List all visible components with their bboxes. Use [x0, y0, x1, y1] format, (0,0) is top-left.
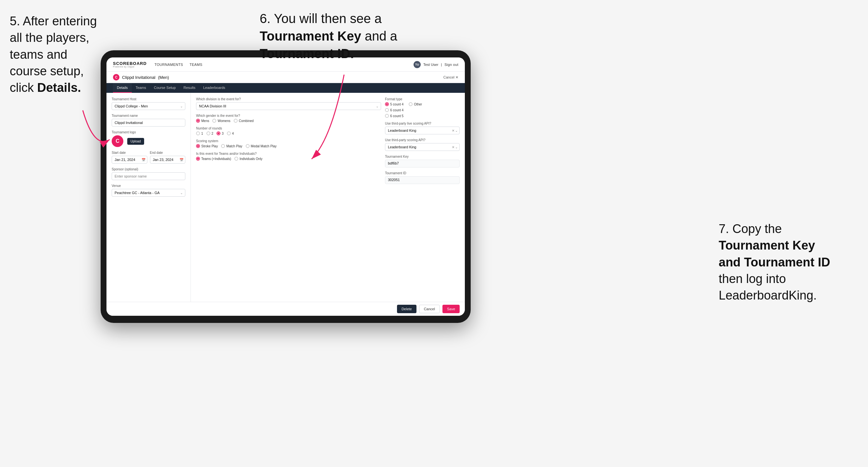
tournament-key-label: Tournament Key	[385, 155, 460, 158]
gender-label: Which gender is the event for?	[196, 114, 381, 118]
upload-button[interactable]: Upload	[127, 138, 144, 145]
sponsor-input[interactable]	[112, 172, 185, 180]
gender-combined[interactable]: Combined	[234, 119, 254, 123]
logo-preview: C	[112, 135, 123, 147]
tournament-key-value: bdf6b7	[385, 160, 460, 167]
gender-combined-label: Combined	[239, 119, 254, 123]
rounds-group: Number of rounds 1 2	[196, 127, 381, 135]
api1-select[interactable]: Leaderboard King	[385, 127, 460, 134]
sponsor-label: Sponsor (optional)	[112, 167, 185, 171]
rounds-3-radio[interactable]	[217, 131, 220, 135]
tournament-title: C Clippd Invitational (Men)	[113, 74, 169, 81]
scoring-label: Scoring system	[196, 139, 381, 143]
name-input[interactable]	[112, 119, 185, 127]
scoring-match-label: Match Play	[226, 145, 242, 148]
tournament-name: Clippd Invitational	[122, 75, 155, 80]
gender-mens[interactable]: Mens	[196, 119, 209, 123]
individuals-only[interactable]: Individuals Only	[235, 157, 262, 161]
tab-results[interactable]: Results	[180, 83, 199, 93]
rounds-1[interactable]: 1	[196, 131, 203, 135]
scoring-stroke-radio[interactable]	[196, 144, 200, 148]
tournament-id-group: Tournament ID 302051	[385, 172, 460, 184]
gender-group: Which gender is the event for? Mens Wome…	[196, 114, 381, 123]
nav-tournaments[interactable]: TOURNAMENTS	[155, 63, 183, 66]
format-other[interactable]: Other	[409, 102, 422, 106]
separator: |	[441, 63, 442, 66]
nav-teams[interactable]: TEAMS	[190, 63, 202, 66]
format-6count4[interactable]: 6 count 4	[385, 108, 460, 112]
rounds-4-label: 4	[232, 132, 234, 135]
cancel-x-button[interactable]: Cancel ✕	[443, 75, 458, 80]
format-5count4[interactable]: 5 count 4	[385, 102, 403, 106]
format-6count5[interactable]: 6 count 5	[385, 114, 460, 118]
nav-links: TOURNAMENTS TEAMS	[155, 63, 406, 66]
api2-select-wrapper: Leaderboard King ✕ ⌄	[385, 143, 460, 151]
rounds-3[interactable]: 3	[217, 131, 224, 135]
cancel-button[interactable]: Cancel	[419, 305, 440, 313]
host-select[interactable]: Clippd College - Men	[112, 102, 185, 110]
scoring-medal[interactable]: Medal Match Play	[246, 144, 277, 148]
venue-select[interactable]: Peachtree GC - Atlanta - GA	[112, 189, 185, 197]
date-row: Start date 📅 End date 📅	[112, 151, 185, 163]
annotation-top-right: 6. You will then see aTournament Key and…	[260, 10, 448, 62]
api1-label: Use third-party live scoring API?	[385, 122, 460, 125]
tab-leaderboards[interactable]: Leaderboards	[199, 83, 229, 93]
format-other-radio[interactable]	[409, 102, 412, 106]
name-group: Tournament name	[112, 114, 185, 127]
individuals-only-label: Individuals Only	[240, 157, 262, 161]
scoring-match-radio[interactable]	[221, 144, 225, 148]
app-logo: SCOREBOARD Powered by clippd	[113, 61, 147, 68]
gender-combined-radio[interactable]	[234, 119, 238, 123]
venue-label: Venue	[112, 184, 185, 188]
individuals-only-radio[interactable]	[235, 157, 238, 161]
name-label: Tournament name	[112, 114, 185, 118]
save-button[interactable]: Save	[442, 305, 460, 313]
format-5count4-radio[interactable]	[385, 102, 389, 106]
teams-plus-individuals[interactable]: Teams (+Individuals)	[196, 157, 231, 161]
tab-teams[interactable]: Teams	[132, 83, 150, 93]
scoring-stroke-label: Stroke Play	[201, 145, 218, 148]
api2-label: Use third-party scoring API?	[385, 138, 460, 142]
api1-group: Use third-party live scoring API? Leader…	[385, 122, 460, 134]
division-select-wrapper: NCAA Division III	[196, 102, 381, 110]
tablet-screen: SCOREBOARD Powered by clippd TOURNAMENTS…	[106, 57, 465, 316]
end-date-wrapper: 📅	[150, 156, 186, 163]
start-cal-icon: 📅	[142, 158, 146, 162]
scoring-group: Scoring system Stroke Play Match Play	[196, 139, 381, 148]
rounds-2[interactable]: 2	[207, 131, 214, 135]
scoring-medal-radio[interactable]	[246, 144, 250, 148]
gender-womens-radio[interactable]	[212, 119, 216, 123]
api2-group: Use third-party scoring API? Leaderboard…	[385, 138, 460, 151]
tab-course-setup[interactable]: Course Setup	[150, 83, 180, 93]
sign-out-link[interactable]: Sign out	[444, 63, 458, 66]
delete-button[interactable]: Delete	[397, 305, 416, 313]
scoring-match[interactable]: Match Play	[221, 144, 242, 148]
annotation-bottom-right: 7. Copy theTournament Keyand Tournament …	[719, 221, 855, 304]
rounds-3-label: 3	[222, 132, 224, 135]
scoring-medal-label: Medal Match Play	[251, 145, 277, 148]
api2-clear-icon[interactable]: ✕	[452, 145, 455, 149]
division-select[interactable]: NCAA Division III	[196, 102, 381, 110]
gender-womens[interactable]: Womens	[212, 119, 230, 123]
gender-mens-radio[interactable]	[196, 119, 200, 123]
end-cal-icon: 📅	[180, 158, 183, 162]
tab-details[interactable]: Details	[113, 83, 132, 93]
rounds-1-radio[interactable]	[196, 131, 200, 135]
rounds-4-radio[interactable]	[227, 131, 231, 135]
rounds-4[interactable]: 4	[227, 131, 234, 135]
tournament-bar: C Clippd Invitational (Men) Cancel ✕	[106, 72, 465, 83]
api2-select[interactable]: Leaderboard King	[385, 143, 460, 151]
format-6count4-radio[interactable]	[385, 108, 389, 112]
logo-title: SCOREBOARD	[113, 61, 147, 66]
rounds-2-radio[interactable]	[207, 131, 210, 135]
host-select-wrapper: Clippd College - Men	[112, 102, 185, 110]
api1-clear-icon[interactable]: ✕	[452, 129, 455, 132]
tournament-id-label: Tournament ID	[385, 172, 460, 175]
scoring-radio-group: Stroke Play Match Play Medal Match Play	[196, 144, 381, 148]
main-content: Tournament Host Clippd College - Men Tou…	[106, 93, 465, 302]
format-5count4-label: 5 count 4	[390, 102, 403, 106]
format-6count5-radio[interactable]	[385, 114, 389, 118]
teams-plus-radio[interactable]	[196, 157, 200, 161]
sponsor-group: Sponsor (optional)	[112, 167, 185, 180]
scoring-stroke[interactable]: Stroke Play	[196, 144, 218, 148]
